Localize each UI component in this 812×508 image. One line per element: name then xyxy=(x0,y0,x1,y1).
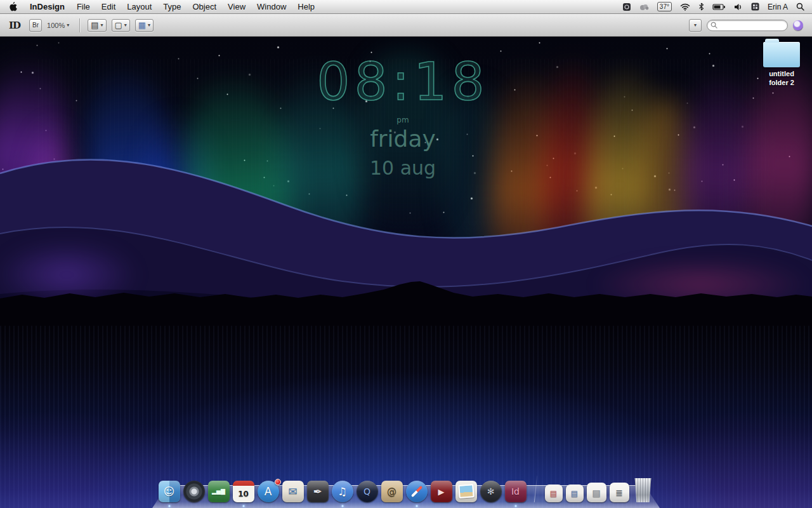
temperature-badge[interactable]: 37° xyxy=(657,2,672,11)
stack-1-icon: ▤ xyxy=(550,490,557,497)
indesign-app-bar: ID Br 100% ▾ ▤ ▾ ▢ ▾ ▦ ▾ ▾ xyxy=(0,14,812,37)
dock-item-downloads-stack[interactable]: ≣ xyxy=(610,483,629,502)
search-input[interactable] xyxy=(707,20,788,31)
mail-icon: ✉ xyxy=(288,486,297,497)
menu-bar-status-area: 37° Erin A xyxy=(622,2,812,11)
chevron-down-icon: ▾ xyxy=(67,22,69,28)
toolbar-divider xyxy=(79,18,80,32)
indesign-logo: ID xyxy=(0,20,29,31)
clock-time: 08:18 xyxy=(314,55,492,109)
dock-item-textedit[interactable]: ✒ xyxy=(307,481,329,502)
stack-2-icon: ▤ xyxy=(571,490,578,497)
dvd-player-icon: ▶ xyxy=(438,488,445,496)
dock-item-mail[interactable]: ✉ xyxy=(282,481,304,502)
indesign-icon: Id xyxy=(511,487,520,496)
at-sign-app-icon: @ xyxy=(387,487,396,497)
menu-object[interactable]: Object xyxy=(187,2,223,11)
dock-item-launchpad[interactable] xyxy=(183,481,205,502)
chevron-down-icon: ▾ xyxy=(124,22,127,28)
view-options-button[interactable]: ▤ ▾ xyxy=(88,19,106,32)
menu-file[interactable]: File xyxy=(71,2,96,11)
clock-meridiem: pm xyxy=(314,116,492,124)
menu-extra-gray-icon[interactable] xyxy=(639,3,649,11)
desktop-folder-untitled-2[interactable]: untitled folder 2 xyxy=(755,38,808,88)
dock-item-stack-1[interactable]: ▤ xyxy=(545,485,563,502)
menu-extra-dark-icon[interactable] xyxy=(622,3,631,11)
dock-item-numbers[interactable]: ▂▅▇ xyxy=(208,481,230,502)
input-source-icon[interactable] xyxy=(751,3,759,11)
wifi-icon[interactable] xyxy=(680,3,690,11)
clock-date: 10 aug xyxy=(314,157,492,179)
bluetooth-icon[interactable] xyxy=(698,3,704,11)
menu-type[interactable]: Type xyxy=(157,2,187,11)
active-app-menu[interactable]: InDesign xyxy=(23,2,71,11)
textedit-icon: ✒ xyxy=(313,486,322,497)
dock-items: ☺▂▅▇10A✉✒♫Q@▶✻Id▤▤▤≣ xyxy=(152,476,660,502)
dock-item-at-sign-app[interactable]: @ xyxy=(381,481,403,502)
arrange-documents-icon: ▦ xyxy=(138,21,146,29)
finder-icon: ☺ xyxy=(164,486,175,497)
dock-item-itunes[interactable]: ♫ xyxy=(332,481,353,502)
running-indicator xyxy=(341,505,344,507)
dock-separator xyxy=(534,476,537,502)
screen: InDesign File Edit Layout Type Object Vi… xyxy=(0,0,812,508)
toolbar-search xyxy=(707,20,788,31)
dock-item-quicktime[interactable]: Q xyxy=(357,481,378,502)
folder-icon[interactable] xyxy=(763,42,800,67)
dock-item-safari[interactable] xyxy=(406,481,428,502)
folder-label: untitled folder 2 xyxy=(761,70,802,88)
documents-stack-icon: ▤ xyxy=(592,488,600,497)
menu-help[interactable]: Help xyxy=(292,2,320,11)
dock-item-stack-2[interactable]: ▤ xyxy=(566,485,584,502)
screen-mode-icon: ▢ xyxy=(115,21,122,29)
dock-item-iphoto[interactable] xyxy=(455,481,477,502)
view-options-icon: ▤ xyxy=(91,21,98,29)
user-menu[interactable]: Erin A xyxy=(768,3,788,11)
chevron-down-icon: ▾ xyxy=(694,22,697,28)
itunes-icon: ♫ xyxy=(337,486,347,497)
running-indicator xyxy=(416,505,418,507)
menu-view[interactable]: View xyxy=(222,2,251,11)
zoom-level-dropdown[interactable]: 100% ▾ xyxy=(47,22,69,29)
notification-badge xyxy=(275,479,281,485)
running-indicator xyxy=(242,505,245,507)
battery-icon[interactable] xyxy=(712,3,726,11)
workspace-dropdown-button[interactable]: ▾ xyxy=(689,19,702,32)
arrange-documents-button[interactable]: ▦ ▾ xyxy=(135,19,154,32)
dock-item-aperture[interactable]: ✻ xyxy=(480,481,502,502)
desktop-clock-widget: 08:18 pm friday 10 aug xyxy=(314,55,492,179)
dock-item-documents-stack[interactable]: ▤ xyxy=(587,483,606,502)
aperture-icon: ✻ xyxy=(487,487,495,496)
cs-live-orb-icon[interactable] xyxy=(793,20,803,30)
menu-window[interactable]: Window xyxy=(251,2,292,11)
apple-menu[interactable] xyxy=(0,2,23,11)
spotlight-icon[interactable] xyxy=(796,3,804,11)
chevron-down-icon: ▾ xyxy=(100,22,103,28)
menu-edit[interactable]: Edit xyxy=(96,2,121,11)
downloads-stack-icon: ≣ xyxy=(615,488,623,497)
clock-weekday: friday xyxy=(314,126,492,152)
dock-item-indesign[interactable]: Id xyxy=(505,481,527,502)
chevron-down-icon: ▾ xyxy=(148,22,150,28)
volume-icon[interactable] xyxy=(734,3,743,11)
running-indicator xyxy=(514,505,517,507)
apple-logo-icon xyxy=(9,2,17,11)
dock-item-finder[interactable]: ☺ xyxy=(159,481,180,502)
menu-layout[interactable]: Layout xyxy=(121,2,157,11)
menu-bar: InDesign File Edit Layout Type Object Vi… xyxy=(0,0,812,14)
search-icon xyxy=(710,22,717,29)
bridge-button[interactable]: Br xyxy=(29,19,42,32)
quicktime-icon: Q xyxy=(363,487,370,496)
zoom-value: 100% xyxy=(47,22,65,29)
running-indicator xyxy=(168,505,171,507)
dock-item-dvd-player[interactable]: ▶ xyxy=(431,481,452,502)
calendar-icon: 10 xyxy=(238,490,249,498)
dock-item-calendar[interactable]: 10 xyxy=(233,481,254,502)
desktop[interactable]: 08:18 pm friday 10 aug untitled folder 2… xyxy=(0,37,812,508)
dock: ☺▂▅▇10A✉✒♫Q@▶✻Id▤▤▤≣ xyxy=(152,467,660,508)
app-store-icon: A xyxy=(265,486,272,497)
numbers-icon: ▂▅▇ xyxy=(212,489,225,495)
dock-item-trash[interactable] xyxy=(632,478,654,502)
screen-mode-button[interactable]: ▢ ▾ xyxy=(112,19,130,32)
dock-item-app-store[interactable]: A xyxy=(258,481,279,502)
